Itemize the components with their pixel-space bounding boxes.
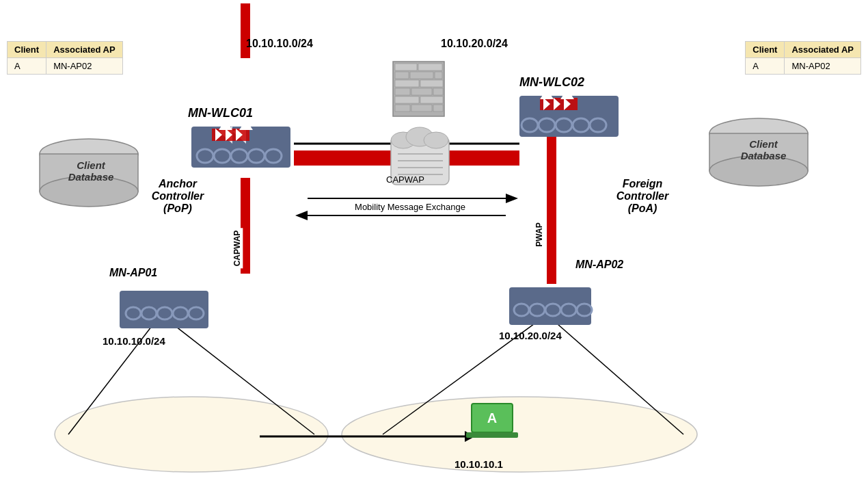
client-table-left: Client Associated AP A MN-AP02: [7, 41, 123, 75]
client-ip-label: 10.10.10.1: [455, 458, 503, 470]
ap02-label: MN-AP02: [575, 259, 623, 271]
svg-rect-63: [420, 96, 443, 103]
col-header-ap-left: Associated AP: [46, 42, 123, 58]
client-table-right: Client Associated AP A MN-AP02: [745, 41, 861, 75]
svg-marker-82: [506, 194, 518, 203]
svg-rect-65: [411, 105, 432, 112]
foreign-controller-label: ForeignController(PoA): [595, 178, 690, 215]
client-left-row-ap: MN-AP02: [46, 58, 123, 75]
svg-text:A: A: [487, 410, 497, 425]
client-db-right-label: ClientDatabase: [719, 138, 808, 161]
ap01-label: MN-AP01: [109, 267, 157, 279]
svg-rect-52: [395, 64, 417, 70]
svg-marker-25: [219, 120, 232, 130]
svg-rect-64: [395, 105, 410, 112]
svg-marker-38: [560, 89, 574, 99]
client-db-left-label: ClientDatabase: [46, 159, 135, 183]
svg-rect-53: [418, 64, 442, 70]
col-header-client-left: Client: [8, 42, 46, 58]
col-header-client-right: Client: [746, 42, 785, 58]
svg-rect-60: [411, 88, 432, 95]
svg-rect-56: [435, 72, 442, 79]
wlc02-label: MN-WLC02: [519, 75, 584, 90]
capwap-v-label: CAPWAP: [232, 228, 243, 269]
svg-rect-61: [433, 88, 443, 95]
mobility-msg-label: Mobility Message Exchange: [314, 202, 506, 212]
svg-rect-57: [395, 80, 419, 87]
svg-marker-37: [540, 89, 554, 99]
subnet-ap02-label: 10.10.20.0/24: [499, 330, 562, 341]
subnet-top-right: 10.10.20.0/24: [441, 38, 508, 50]
svg-rect-58: [420, 80, 443, 87]
diagram: A Client Associated AP A MN-AP02 Client …: [0, 0, 868, 485]
svg-marker-26: [239, 120, 253, 130]
client-right-row-ap: MN-AP02: [785, 58, 861, 75]
svg-rect-66: [433, 105, 443, 112]
svg-rect-54: [395, 72, 409, 79]
svg-rect-55: [410, 72, 433, 79]
client-left-row-client: A: [8, 58, 46, 75]
svg-rect-86: [466, 432, 518, 438]
subnet-top-left: 10.10.10.0/24: [246, 38, 313, 50]
svg-rect-59: [395, 88, 410, 95]
svg-rect-8: [241, 3, 250, 58]
svg-point-1: [342, 397, 697, 472]
svg-rect-39: [120, 291, 208, 328]
capwap-h-label: CAPWAP: [386, 174, 424, 185]
pwap-v-label: PWAP: [534, 220, 545, 248]
diagram-svg: A: [0, 0, 868, 485]
col-header-ap-right: Associated AP: [785, 42, 861, 58]
svg-marker-84: [295, 211, 308, 220]
svg-point-0: [55, 397, 328, 472]
subnet-ap01-label: 10.10.10.0/24: [103, 335, 165, 347]
client-right-row-client: A: [746, 58, 785, 75]
svg-point-70: [424, 132, 448, 148]
wlc01-label: MN-WLC01: [188, 106, 253, 120]
anchor-controller-label: AnchorController(PoP): [133, 178, 222, 215]
svg-rect-62: [395, 96, 419, 103]
